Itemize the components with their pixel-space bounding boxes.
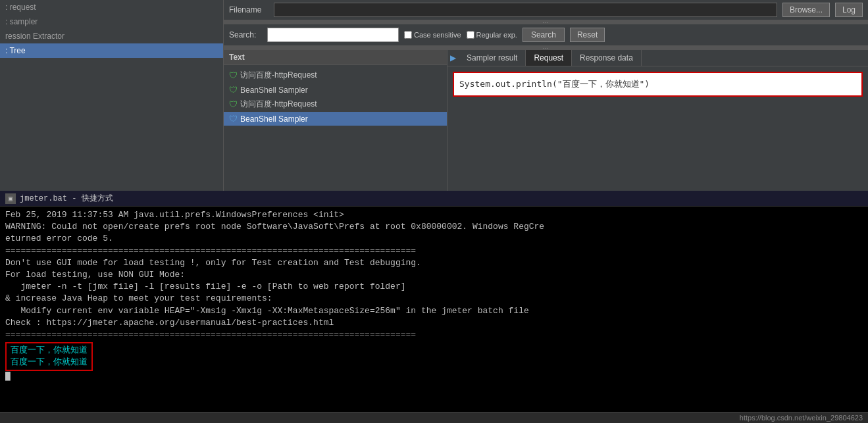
status-bar: https://blog.csdn.net/weixin_29804623 <box>0 412 868 423</box>
tree-item-3[interactable]: 🛡 BeanShell Sampler <box>224 112 447 126</box>
cmd-line-5: For load testing, use NON GUI Mode: <box>5 269 863 281</box>
filename-label: Filename <box>229 5 268 14</box>
status-url: https://blog.csdn.net/weixin_29804623 <box>740 414 863 422</box>
search-input[interactable] <box>267 28 399 42</box>
text-column: Text 🛡 访问百度-httpRequest 🛡 BeanShell Samp… <box>224 50 447 191</box>
cmd-line-10: ========================================… <box>5 329 863 341</box>
cmd-line-12: 百度一下，你就知道 <box>11 357 88 368</box>
sidebar: : request : sampler ression Extractor : … <box>0 0 224 191</box>
cmd-highlight-box: 百度一下，你就知道 百度一下，你就知道 <box>5 342 93 371</box>
cmd-line-0: Feb 25, 2019 11:37:53 AM java.util.prefs… <box>5 209 863 221</box>
regular-exp-checkbox[interactable] <box>467 31 474 39</box>
filename-input[interactable] <box>274 3 777 17</box>
response-content: System.out.println("百度一下，你就知道") <box>459 79 650 89</box>
filename-bar: Filename Browse... Log <box>224 0 868 20</box>
cmd-line-1: WARNING: Could not open/create prefs roo… <box>5 221 863 233</box>
cmd-window: ▣ jmeter.bat - 快捷方式 Feb 25, 2019 11:37:5… <box>0 191 868 412</box>
tab-request[interactable]: Request <box>526 50 572 66</box>
cmd-line-9: Check : https://jmeter.apache.org/userma… <box>5 317 863 329</box>
tree-item-1[interactable]: 🛡 BeanShell Sampler <box>224 83 447 97</box>
tabs: ▶ Sampler result Request Response data <box>447 50 868 66</box>
sidebar-item-extractor[interactable]: ression Extractor <box>0 29 223 43</box>
text-column-header: Text <box>224 50 447 65</box>
tab-sampler-result[interactable]: Sampler result <box>459 50 526 66</box>
sidebar-item-tree[interactable]: : Tree <box>0 43 223 58</box>
cmd-title: jmeter.bat - 快捷方式 <box>20 193 113 204</box>
cmd-line-3: ========================================… <box>5 245 863 257</box>
search-bar: Search: Case sensitive Regular exp. Sear… <box>224 24 868 46</box>
search-button[interactable]: Search <box>523 28 565 42</box>
log-button[interactable]: Log <box>835 3 863 17</box>
cmd-line-6: jmeter -n -t [jmx file] -l [results file… <box>5 281 863 293</box>
shield-icon-3: 🛡 <box>229 114 238 124</box>
detail-panel: ▶ Sampler result Request Response data S… <box>447 50 868 191</box>
shield-icon-2: 🛡 <box>229 99 238 109</box>
cmd-line-7: & increase Java Heap to meet your test r… <box>5 293 863 305</box>
cmd-line-8: Modify current env variable HEAP="-Xms1g… <box>5 305 863 317</box>
tree-item-0[interactable]: 🛡 访问百度-httpRequest <box>224 68 447 83</box>
reset-button[interactable]: Reset <box>570 28 605 42</box>
cmd-cursor: █ <box>5 371 863 383</box>
tab-response-data[interactable]: Response data <box>572 50 642 66</box>
cmd-body: Feb 25, 2019 11:37:53 AM java.util.prefs… <box>0 207 868 412</box>
response-popup: System.out.println("百度一下，你就知道") <box>453 72 863 97</box>
case-sensitive-label[interactable]: Case sensitive <box>404 31 461 39</box>
shield-icon-0: 🛡 <box>229 70 238 80</box>
cmd-line-2: eturned error code 5. <box>5 233 863 245</box>
cmd-titlebar: ▣ jmeter.bat - 快捷方式 <box>0 191 868 207</box>
right-panel: Filename Browse... Log Search: Case sens… <box>224 0 868 191</box>
tree-item-2[interactable]: 🛡 访问百度-httpRequest <box>224 97 447 112</box>
sidebar-item-request[interactable]: : request <box>0 0 223 14</box>
tree-items: 🛡 访问百度-httpRequest 🛡 BeanShell Sampler 🛡… <box>224 65 447 191</box>
cmd-line-11: 百度一下，你就知道 <box>11 345 88 357</box>
cmd-line-4: Don't use GUI mode for load testing !, o… <box>5 257 863 269</box>
regular-exp-label[interactable]: Regular exp. <box>467 31 517 39</box>
shield-icon-1: 🛡 <box>229 85 238 95</box>
results-area: Text 🛡 访问百度-httpRequest 🛡 BeanShell Samp… <box>224 50 868 191</box>
sidebar-item-sampler[interactable]: : sampler <box>0 14 223 29</box>
browse-button[interactable]: Browse... <box>782 3 830 17</box>
tab-arrow: ▶ <box>447 50 459 66</box>
search-label: Search: <box>229 30 262 39</box>
case-sensitive-checkbox[interactable] <box>404 31 412 39</box>
cmd-icon: ▣ <box>5 193 16 204</box>
